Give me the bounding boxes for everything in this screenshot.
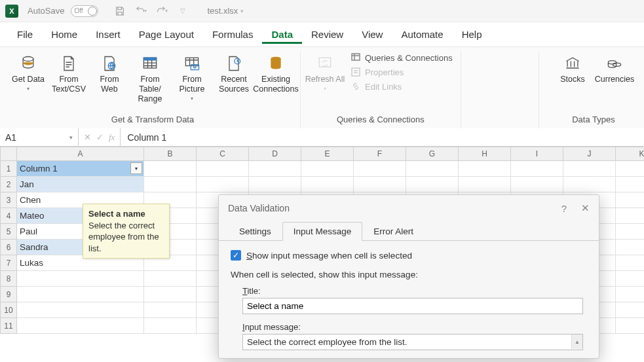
- cell-a1[interactable]: Column 1▾: [17, 161, 144, 177]
- cell[interactable]: [249, 177, 301, 192]
- currencies-button[interactable]: Currencies: [594, 51, 635, 87]
- cell[interactable]: [354, 161, 406, 177]
- row-header[interactable]: 10: [0, 302, 17, 318]
- tab-view[interactable]: View: [352, 25, 392, 44]
- cell[interactable]: [17, 287, 144, 302]
- cell[interactable]: [17, 318, 144, 334]
- enter-icon[interactable]: ✓: [96, 132, 104, 142]
- cell[interactable]: [616, 271, 644, 287]
- row-header[interactable]: 7: [0, 255, 17, 271]
- tab-review[interactable]: Review: [302, 25, 352, 44]
- column-header[interactable]: C: [197, 147, 249, 161]
- cell[interactable]: [144, 271, 197, 287]
- cell[interactable]: [144, 302, 197, 318]
- row-header[interactable]: 4: [0, 208, 17, 224]
- row-header[interactable]: 5: [0, 224, 17, 240]
- cell[interactable]: [511, 177, 563, 192]
- cell[interactable]: [144, 287, 197, 302]
- from-web-button[interactable]: From Web: [90, 51, 128, 97]
- column-header[interactable]: H: [459, 147, 511, 161]
- row-header[interactable]: 2: [0, 177, 17, 192]
- dialog-titlebar[interactable]: Data Validation ? ✕: [219, 195, 599, 221]
- cancel-icon[interactable]: ✕: [84, 132, 91, 142]
- tab-data[interactable]: Data: [262, 25, 302, 44]
- cell[interactable]: [459, 177, 511, 192]
- cell[interactable]: [616, 177, 644, 192]
- column-header[interactable]: G: [406, 147, 459, 161]
- cell[interactable]: [197, 177, 249, 192]
- refresh-all-button[interactable]: Refresh All ▾: [305, 51, 345, 95]
- cell[interactable]: [616, 192, 644, 208]
- get-data-button[interactable]: Get Data ▾: [9, 51, 47, 95]
- stocks-button[interactable]: Stocks: [552, 51, 593, 87]
- row-header[interactable]: 8: [0, 271, 17, 287]
- dialog-tab-input-message[interactable]: Input Message: [282, 222, 363, 241]
- cell[interactable]: [511, 161, 563, 177]
- name-box[interactable]: A1 ▾: [0, 128, 79, 146]
- row-header[interactable]: 6: [0, 240, 17, 255]
- column-header[interactable]: I: [511, 147, 563, 161]
- fx-icon[interactable]: fx: [109, 132, 115, 143]
- column-header[interactable]: E: [301, 147, 354, 161]
- cell[interactable]: [616, 287, 644, 302]
- existing-connections-button[interactable]: Existing Connections: [256, 51, 296, 97]
- cell[interactable]: [616, 255, 644, 271]
- help-icon[interactable]: ?: [561, 203, 567, 214]
- cell[interactable]: [616, 318, 644, 334]
- column-header[interactable]: D: [249, 147, 301, 161]
- scrollbar-up-icon[interactable]: ▲: [571, 335, 582, 349]
- cell[interactable]: [197, 161, 249, 177]
- cell[interactable]: [616, 224, 644, 240]
- close-icon[interactable]: ✕: [581, 202, 590, 214]
- from-textcsv-button[interactable]: From Text/CSV: [48, 51, 89, 97]
- cell[interactable]: [144, 161, 197, 177]
- column-header[interactable]: K: [616, 147, 644, 161]
- show-input-message-checkbox[interactable]: ✓ Show input message when cell is select…: [231, 250, 587, 261]
- from-picture-button[interactable]: From Picture ▾: [172, 51, 212, 105]
- cell[interactable]: [144, 318, 197, 334]
- cell[interactable]: [563, 161, 616, 177]
- cell[interactable]: [616, 240, 644, 255]
- cell[interactable]: [249, 161, 301, 177]
- cell[interactable]: [144, 177, 197, 192]
- tab-formulas[interactable]: Formulas: [203, 25, 263, 44]
- column-header[interactable]: J: [563, 147, 616, 161]
- queries-connections-button[interactable]: Queries & Connections: [350, 52, 453, 63]
- row-header[interactable]: 9: [0, 287, 17, 302]
- input-message-textarea[interactable]: Select the correct employee from the lis…: [242, 334, 583, 350]
- from-table-button[interactable]: From Table/ Range: [130, 51, 170, 107]
- cell[interactable]: [616, 208, 644, 224]
- cell[interactable]: [406, 177, 459, 192]
- column-header[interactable]: B: [144, 147, 197, 161]
- column-header[interactable]: F: [354, 147, 406, 161]
- cell[interactable]: [17, 302, 144, 318]
- cell[interactable]: [17, 271, 144, 287]
- autosave-toggle[interactable]: Off: [71, 5, 98, 17]
- cell-a2[interactable]: Jan: [17, 177, 144, 192]
- tab-page-layout[interactable]: Page Layout: [130, 25, 203, 44]
- filter-dropdown-icon[interactable]: ▾: [130, 162, 142, 174]
- tab-insert[interactable]: Insert: [86, 25, 130, 44]
- column-header[interactable]: A: [17, 147, 144, 161]
- row-header[interactable]: 3: [0, 192, 17, 208]
- title-input[interactable]: [242, 298, 583, 314]
- recent-sources-button[interactable]: Recent Sources: [214, 51, 254, 97]
- save-icon[interactable]: [114, 5, 126, 17]
- cell[interactable]: [616, 161, 644, 177]
- cell[interactable]: [406, 161, 459, 177]
- redo-icon[interactable]: ▾: [156, 5, 168, 17]
- dialog-tab-settings[interactable]: Settings: [228, 222, 282, 241]
- undo-icon[interactable]: ▾: [135, 5, 147, 17]
- tab-home[interactable]: Home: [42, 25, 86, 44]
- select-all-corner[interactable]: [0, 147, 17, 161]
- filename-label[interactable]: test.xlsx ▾: [207, 6, 244, 16]
- row-header[interactable]: 1: [0, 161, 17, 177]
- cell[interactable]: [301, 177, 354, 192]
- cell[interactable]: [563, 177, 616, 192]
- cell[interactable]: [354, 177, 406, 192]
- tab-file[interactable]: File: [8, 25, 42, 44]
- cell[interactable]: [459, 161, 511, 177]
- dialog-tab-error-alert[interactable]: Error Alert: [362, 222, 425, 241]
- qat-customize-icon[interactable]: ▽: [177, 5, 189, 17]
- tab-automate[interactable]: Automate: [392, 25, 452, 44]
